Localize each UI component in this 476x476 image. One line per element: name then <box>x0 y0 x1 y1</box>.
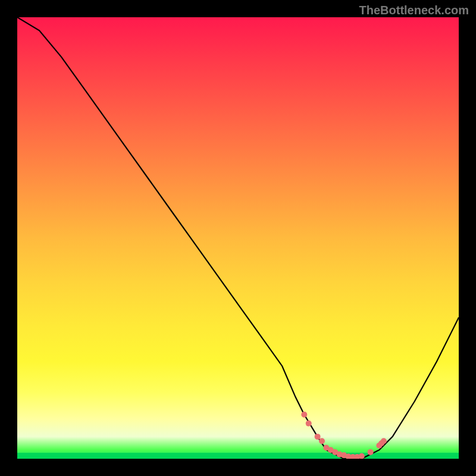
bottleneck-curve <box>17 17 459 459</box>
marker-point <box>359 453 365 459</box>
watermark-text: TheBottleneck.com <box>359 4 469 17</box>
chart-plot-area <box>17 17 459 459</box>
marker-point <box>306 421 312 427</box>
marker-point <box>381 438 387 444</box>
chart-svg <box>17 17 459 459</box>
marker-point <box>315 434 321 440</box>
optimal-zone-markers <box>301 412 387 459</box>
marker-point <box>301 412 307 418</box>
marker-point <box>368 449 374 455</box>
marker-point <box>319 438 325 444</box>
